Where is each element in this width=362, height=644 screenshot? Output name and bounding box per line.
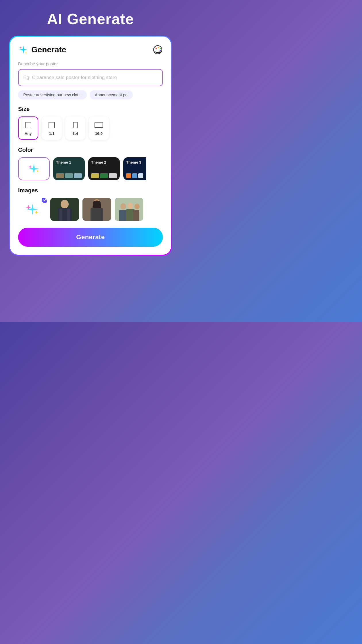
color-theme-3[interactable]: Theme 3 [123, 157, 146, 180]
palette-icon[interactable] [153, 45, 163, 55]
land-size-icon [94, 120, 103, 130]
size-label-16-9: 16:9 [95, 131, 103, 136]
check-badge [41, 198, 47, 204]
size-label-3-4: 3:4 [73, 131, 78, 136]
poster-description-input[interactable] [18, 69, 163, 86]
svg-rect-8 [59, 209, 62, 221]
theme-2-label: Theme 2 [91, 160, 117, 164]
theme-1-swatches [56, 173, 82, 178]
color-theme-1[interactable]: Theme 1 [53, 157, 85, 180]
page-title: AI Generate [47, 10, 134, 28]
svg-rect-19 [133, 210, 139, 221]
svg-point-2 [158, 47, 159, 48]
size-label-any: Any [25, 131, 32, 136]
images-section: Images [18, 187, 163, 221]
generate-button[interactable]: Generate [18, 228, 163, 247]
size-option-1-1[interactable]: 1:1 [42, 116, 62, 140]
theme-3-swatches [126, 173, 143, 178]
images-grid [18, 198, 163, 221]
any-size-icon [24, 120, 33, 130]
theme-3-label: Theme 3 [126, 160, 143, 164]
card-header-left: Generate [18, 45, 66, 55]
theme-1-label: Theme 1 [56, 160, 82, 164]
image-person-2[interactable] [82, 198, 111, 221]
theme-2-swatches [91, 173, 117, 178]
suggestion-chip-1[interactable]: Poster advertising our new clot... [18, 90, 87, 99]
image-person-1[interactable] [50, 198, 79, 221]
card-title: Generate [31, 45, 66, 54]
card-header: Generate [18, 45, 163, 55]
color-theme-2[interactable]: Theme 2 [88, 157, 120, 180]
port-size-icon [71, 120, 80, 130]
svg-point-14 [120, 203, 126, 210]
size-section-title: Size [18, 106, 163, 112]
sparkle-color-icon [26, 162, 42, 175]
suggestion-chip-2[interactable]: Announcement po [90, 90, 133, 99]
person-3-silhouette [115, 198, 143, 221]
color-sparkle-option[interactable] [18, 157, 50, 180]
size-label-1-1: 1:1 [49, 131, 55, 136]
svg-rect-9 [67, 209, 70, 221]
describe-label: Describe your poster [18, 61, 163, 66]
person-1-silhouette [50, 198, 79, 221]
svg-point-1 [155, 48, 157, 49]
svg-point-4 [160, 50, 161, 51]
color-options: Theme 1 Theme 2 Theme 3 [18, 157, 163, 180]
sq-size-icon [47, 120, 56, 130]
sparkle-icon [18, 45, 28, 55]
image-person-3[interactable] [115, 198, 143, 221]
sparkle-image-icon [24, 202, 41, 216]
images-section-title: Images [18, 187, 163, 194]
svg-rect-12 [90, 208, 103, 221]
svg-point-15 [128, 203, 133, 209]
person-2-silhouette [82, 198, 111, 221]
check-icon [43, 198, 47, 202]
svg-point-6 [61, 200, 69, 208]
color-section-title: Color [18, 147, 163, 153]
main-card: Generate Describe your poster Poster adv… [9, 36, 172, 256]
svg-point-16 [134, 204, 140, 209]
suggestion-chips: Poster advertising our new clot... Annou… [18, 90, 163, 99]
svg-point-3 [160, 48, 161, 49]
size-option-16-9[interactable]: 16:9 [89, 116, 109, 140]
size-option-3-4[interactable]: 3:4 [65, 116, 85, 140]
svg-rect-17 [119, 210, 127, 221]
size-option-any[interactable]: Any [18, 116, 38, 140]
image-ai-option[interactable] [18, 198, 47, 221]
size-options: Any 1:1 3:4 16:9 [18, 116, 163, 140]
